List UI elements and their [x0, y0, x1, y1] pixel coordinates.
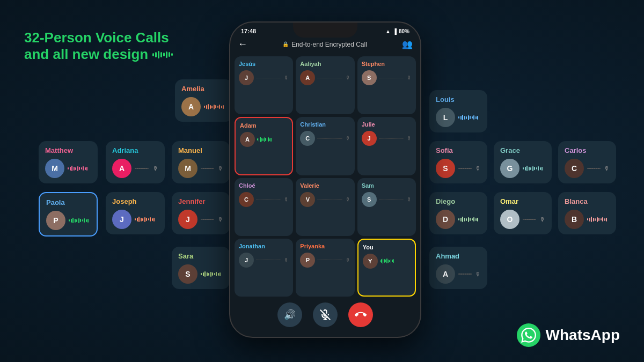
card-name-carlos: Carlos: [565, 146, 586, 154]
waveform-matthew: [68, 166, 91, 171]
card-name-jennifer: Jennifer: [178, 197, 206, 205]
phone-avatar-adam: A: [240, 132, 255, 147]
mute-button[interactable]: [313, 302, 338, 327]
avatar-grace: G: [500, 159, 519, 178]
end-call-button[interactable]: [348, 302, 373, 327]
phone-mute-jesus: 🎙: [284, 75, 289, 80]
phone-mute-jonathan: 🎙: [284, 257, 289, 263]
card-carlos: CarlosC🎙: [558, 141, 616, 183]
card-name-joseph: Joseph: [112, 197, 137, 205]
phone-card-name-stephen: Stephen: [362, 61, 385, 67]
card-name-amelia: Amelia: [181, 85, 204, 93]
phone-avatar-julie: J: [362, 131, 377, 146]
waveform-sara: [201, 271, 223, 277]
waveform-joseph: [135, 217, 158, 222]
phone-avatar-you: Y: [363, 254, 378, 269]
whatsapp-branding: WhatsApp: [517, 323, 620, 347]
avatar-sofia: S: [436, 159, 455, 178]
status-icons: ▲ ▐ 80%: [385, 28, 409, 34]
phone-card-priyanka: PriyankaP🎙: [296, 239, 354, 297]
card-grace: GraceG: [494, 141, 552, 183]
phone-wave-valerie: [317, 199, 342, 200]
avatar-diego: D: [436, 210, 455, 229]
card-sofia: SofiaS🎙: [429, 141, 487, 183]
phone-card-christian: ChristianC🎙: [296, 117, 354, 175]
mute-icon-adriana: 🎙: [152, 165, 158, 172]
card-paola: PaolaP: [39, 192, 98, 237]
phone-avatar-chloe: C: [239, 192, 254, 207]
phone-notch: [293, 23, 357, 38]
card-name-sara: Sara: [178, 252, 193, 260]
waveform-sofia: [458, 168, 472, 169]
mute-icon-jennifer: 🎙: [217, 216, 223, 223]
phone-card-name-valerie: Valerie: [300, 182, 319, 189]
phone-wave-aaliyah: [317, 78, 342, 78]
phone-wave-stephen: [379, 78, 404, 78]
whatsapp-logo: [517, 323, 540, 347]
mute-icon-carlos: 🎙: [604, 165, 610, 172]
card-matthew: MatthewM: [39, 141, 98, 183]
avatar-manuel: M: [178, 159, 197, 178]
waveform-diego: [458, 217, 481, 222]
card-jennifer: JenniferJ🎙: [172, 192, 230, 234]
phone-wave-adam: [257, 137, 288, 142]
battery-icon: 80%: [399, 28, 409, 34]
card-name-sofia: Sofia: [436, 146, 453, 154]
card-name-ahmad: Ahmad: [436, 252, 459, 260]
phone-wave-sam: [379, 199, 404, 200]
phone-card-name-chloe: Chloé: [239, 182, 255, 189]
mute-icon-sofia: 🎙: [475, 165, 481, 172]
phone-wave-you: [380, 258, 411, 264]
waveform-omar: [523, 219, 536, 220]
back-button[interactable]: ←: [238, 39, 247, 50]
phone-wave-chloe: [256, 199, 281, 200]
add-participants-button[interactable]: 👥: [402, 39, 413, 49]
phone-card-sam: SamS🎙: [357, 178, 416, 236]
card-name-diego: Diego: [436, 197, 455, 205]
waveform-blanca: [587, 217, 610, 222]
card-name-louis: Louis: [436, 95, 455, 104]
phone-card-name-jonathan: Jonathan: [239, 243, 265, 249]
headline-line1: 32-Person Voice Calls: [24, 29, 173, 46]
phone-wave-christian: [317, 138, 342, 139]
phone-card-you: YouY: [357, 239, 416, 297]
card-name-omar: Omar: [500, 197, 518, 205]
call-header: ← 🔒 End-to-end Encrypted Call 👥: [230, 36, 420, 54]
waveform-grace: [523, 166, 545, 171]
mute-icon-manuel: 🎙: [217, 165, 223, 172]
waveform-manuel: [201, 168, 214, 169]
card-name-blanca: Blanca: [565, 197, 588, 205]
phone-card-stephen: StephenS🎙: [357, 56, 416, 114]
avatar-jennifer: J: [178, 210, 197, 229]
card-amelia: AmeliaA: [175, 79, 233, 122]
avatar-adriana: A: [112, 159, 131, 178]
phone-mute-christian: 🎙: [346, 136, 350, 141]
avatar-blanca: B: [565, 210, 584, 229]
avatar-matthew: M: [45, 159, 64, 178]
avatar-ahmad: A: [436, 264, 455, 284]
phone-card-aaliyah: AaliyahA🎙: [296, 56, 354, 114]
card-name-manuel: Manuel: [178, 146, 202, 154]
waveform-carlos: [587, 168, 601, 169]
phone-grid: JesúsJ🎙AaliyahA🎙StephenS🎙AdamAChristianC…: [230, 54, 420, 299]
phone-avatar-christian: C: [300, 131, 315, 146]
call-title-text: End-to-end Encrypted Call: [291, 41, 367, 48]
card-diego: DiegoD: [429, 192, 487, 234]
phone-mute-stephen: 🎙: [407, 75, 412, 80]
card-joseph: JosephJ: [106, 192, 165, 234]
phone-wave-julie: [379, 138, 404, 139]
waveform-louis: [458, 115, 481, 120]
phone-avatar-jonathan: J: [239, 253, 254, 268]
status-time: 17:48: [241, 28, 256, 34]
card-sara: SaraS: [172, 247, 230, 289]
phone-avatar-stephen: S: [362, 70, 377, 85]
wifi-icon: ▲: [385, 28, 391, 34]
waveform-jennifer: [201, 219, 214, 220]
phone-card-name-julie: Julie: [362, 121, 375, 128]
speaker-button[interactable]: 🔊: [277, 302, 302, 327]
phone-wave-jonathan: [256, 260, 281, 260]
phone-card-chloe: ChloéC🎙: [235, 178, 293, 236]
phone-mute-priyanka: 🎙: [346, 257, 350, 263]
card-blanca: BlancaB: [558, 192, 616, 234]
phone-mute-julie: 🎙: [407, 136, 412, 141]
